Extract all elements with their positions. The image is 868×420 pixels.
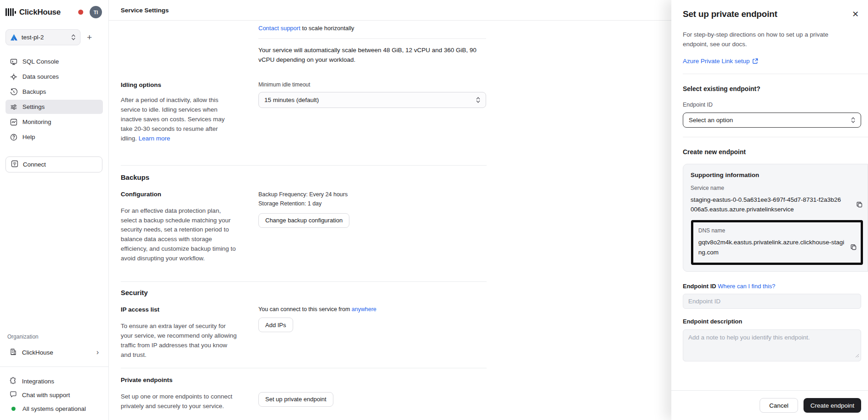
auto-scale-text: Your service will automatically scale be…: [258, 46, 486, 65]
divider: [683, 74, 868, 74]
ip-access-description: To ensure an extra layer of security for…: [121, 322, 238, 360]
supporting-information-card: Supporting information Service name stag…: [683, 164, 868, 272]
backup-config-row: Configuration For an effective data prot…: [121, 191, 487, 264]
sidebar-item-label: Backups: [22, 88, 46, 95]
chat-bubble-icon: [10, 391, 17, 399]
sidebar-item-backups[interactable]: Backups: [5, 85, 103, 99]
sidebar-item-label: SQL Console: [22, 58, 59, 65]
endpoint-id-label-row: Endpoint ID Where can I find this?: [683, 283, 861, 290]
storage-retention: Storage Retention: 1 day: [258, 200, 486, 208]
sidebar-item-settings[interactable]: Settings: [5, 100, 103, 114]
anywhere-link[interactable]: anywhere: [352, 306, 376, 312]
idling-row: Idling options After a period of inactiv…: [121, 81, 487, 144]
organization-section-label: Organization: [7, 334, 108, 340]
main-content: Service Settings Contact support to scal…: [109, 0, 671, 420]
notification-dot-icon[interactable]: [78, 10, 83, 15]
scaling-row: Contact support to scale horizontally Yo…: [121, 24, 487, 65]
backup-frequency: Backup Frequency: Every 24 hours: [258, 191, 486, 199]
chevron-updown-icon: [851, 117, 855, 123]
copy-icon[interactable]: [856, 201, 863, 208]
close-icon[interactable]: ✕: [852, 10, 859, 18]
sidebar-item-sql-console[interactable]: SQL Console: [5, 54, 103, 69]
sidebar-item-data-sources[interactable]: Data sources: [5, 70, 103, 84]
learn-more-link[interactable]: Learn more: [139, 135, 170, 142]
resize-handle-icon[interactable]: [855, 351, 859, 360]
dns-name-highlight-box: DNS name gqtv8o2m4k.eastus.privatelink.a…: [691, 220, 863, 265]
private-endpoints-description: Set up one or more endpoints to connect …: [121, 392, 253, 411]
scale-horizontal-suffix: to scale horizontally: [300, 25, 354, 32]
sidebar: ClickHouse TI test-pl-2 + SQL Console: [0, 0, 109, 420]
add-service-button[interactable]: +: [84, 32, 95, 43]
azure-icon: [11, 34, 17, 41]
sliders-icon: [10, 103, 17, 111]
settings-content: Contact support to scale horizontally Yo…: [109, 24, 487, 411]
history-icon: [10, 88, 17, 96]
main-header: Service Settings: [109, 0, 671, 21]
brand-row: ClickHouse TI: [0, 0, 108, 18]
brand-name: ClickHouse: [19, 8, 61, 17]
cancel-button[interactable]: Cancel: [760, 398, 798, 413]
divider: [258, 38, 486, 39]
chevron-right-icon: ›: [96, 348, 99, 356]
sidebar-bottom: Organization ClickHouse › Integrations: [0, 334, 108, 420]
clickhouse-logo-icon: [5, 8, 16, 16]
divider: [121, 368, 487, 368]
idling-description: After a period of inactivity, allow this…: [121, 96, 235, 144]
idle-timeout-select[interactable]: 15 minutes (default): [258, 92, 486, 108]
sidebar-nav: SQL Console Data sources Backups Setting…: [5, 54, 103, 144]
add-ips-button[interactable]: Add IPs: [258, 318, 293, 332]
private-endpoints-title: Private endpoints: [121, 377, 487, 383]
status-ok-icon: [11, 407, 16, 411]
backups-title: Backups: [121, 173, 487, 181]
service-name-value: staging-eastus-0-0.5a631ee3-697f-45d7-87…: [691, 195, 841, 215]
service-name-row: staging-eastus-0-0.5a631ee3-697f-45d7-87…: [691, 195, 868, 215]
page-title: Service Settings: [121, 7, 169, 14]
data-sources-icon: [10, 73, 17, 81]
copy-icon[interactable]: [850, 244, 857, 251]
endpoint-id-label: Endpoint ID: [683, 283, 718, 290]
system-status-item[interactable]: All systems operational: [5, 402, 103, 415]
organization-name: ClickHouse: [22, 349, 53, 356]
connect-button[interactable]: Connect: [5, 156, 102, 172]
change-backup-button[interactable]: Change backup configuration: [258, 213, 349, 228]
select-existing-title: Select existing endpoint?: [683, 85, 861, 92]
setup-private-endpoint-button[interactable]: Set up private endpoint: [258, 392, 333, 407]
sidebar-item-label: Settings: [22, 103, 45, 110]
connect-button-label: Connect: [23, 161, 46, 168]
contact-support-link[interactable]: Contact support: [258, 25, 300, 32]
existing-endpoint-select[interactable]: Select an option: [683, 113, 861, 128]
service-name-label: Service name: [691, 185, 868, 191]
terminal-icon: [10, 58, 17, 65]
endpoint-description-label: Endpoint description: [683, 318, 861, 325]
divider: [121, 165, 487, 166]
security-title: Security: [121, 289, 487, 296]
building-icon: [10, 348, 17, 357]
backup-config-title: Configuration: [121, 191, 245, 198]
where-find-link[interactable]: Where can I find this?: [718, 283, 776, 290]
sidebar-divider: [0, 366, 108, 367]
create-new-endpoint-title: Create new endpoint: [683, 148, 861, 156]
sidebar-item-monitoring[interactable]: Monitoring: [5, 115, 103, 129]
sidebar-item-chat-support[interactable]: Chat with support: [5, 388, 103, 402]
sidebar-item-integrations[interactable]: Integrations: [5, 374, 103, 388]
sidebar-item-label: Monitoring: [22, 118, 51, 125]
panel-title: Set up private endpoint: [683, 9, 861, 19]
organization-item[interactable]: ClickHouse ›: [5, 345, 103, 360]
panel-intro: For step-by-step directions on how to se…: [683, 30, 834, 49]
endpoint-id-input[interactable]: [683, 294, 861, 309]
endpoint-description-textarea[interactable]: [683, 329, 861, 361]
ip-access-row: IP access list To ensure an extra layer …: [121, 306, 487, 360]
create-endpoint-button[interactable]: Create endpoint: [804, 398, 861, 413]
service-selector[interactable]: test-pl-2: [5, 29, 80, 45]
chevron-updown-icon: [476, 97, 480, 103]
dns-name-row: gqtv8o2m4k.eastus.privatelink.azure.clic…: [698, 237, 858, 257]
supporting-information-title: Supporting information: [691, 172, 868, 178]
azure-private-link-docs-link[interactable]: Azure Private Link setup: [683, 58, 750, 65]
sidebar-item-label: Help: [22, 134, 35, 140]
status-label: All systems operational: [22, 405, 86, 412]
private-endpoint-panel: Set up private endpoint ✕ For step-by-st…: [671, 0, 868, 420]
footer-item-label: Chat with support: [22, 392, 70, 398]
avatar[interactable]: TI: [90, 6, 102, 18]
service-selector-row: test-pl-2 +: [5, 29, 103, 45]
sidebar-item-help[interactable]: Help: [5, 130, 103, 144]
